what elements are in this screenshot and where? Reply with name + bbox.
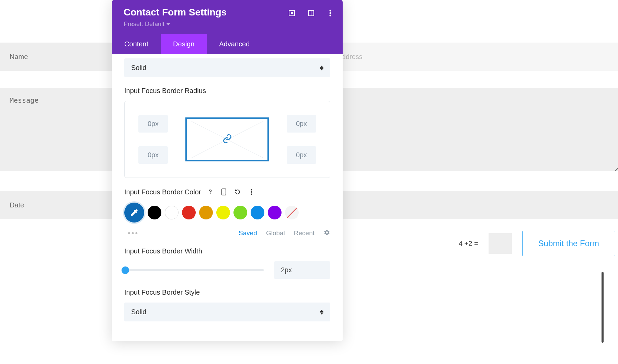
swatch-black[interactable] xyxy=(148,206,161,219)
color-footer: ••• Saved Global Recent xyxy=(124,229,330,238)
svg-point-6 xyxy=(330,15,331,16)
captcha-prompt: 4 +2 = xyxy=(459,240,478,248)
svg-point-8 xyxy=(224,194,224,194)
columns-icon[interactable] xyxy=(308,10,314,16)
select-arrows-icon xyxy=(320,310,323,315)
color-swatches xyxy=(124,203,330,223)
svg-rect-1 xyxy=(291,12,293,14)
radius-bl-input[interactable] xyxy=(138,146,168,164)
panel-tabs: Content Design Advanced xyxy=(112,34,343,54)
swatch-purple[interactable] xyxy=(268,206,282,219)
color-tab-global[interactable]: Global xyxy=(266,229,285,237)
slider-thumb[interactable] xyxy=(122,266,129,274)
tab-content[interactable]: Content xyxy=(112,34,161,54)
color-tab-saved[interactable]: Saved xyxy=(239,229,257,237)
radius-tr-input[interactable] xyxy=(287,115,316,133)
radius-tl-input[interactable] xyxy=(138,115,168,133)
select-value: Solid xyxy=(131,308,146,316)
radius-preview-box[interactable] xyxy=(185,117,269,161)
scrollbar[interactable] xyxy=(602,272,604,343)
border-width-label: Input Focus Border Width xyxy=(124,247,330,255)
options-icon[interactable] xyxy=(247,187,256,196)
swatch-white[interactable] xyxy=(165,206,179,219)
captcha-input[interactable] xyxy=(489,233,512,254)
panel-body: Solid Input Focus Border Radius Input Fo… xyxy=(112,54,343,341)
select-value: Solid xyxy=(131,64,146,72)
expand-icon[interactable] xyxy=(288,10,295,16)
swatch-yellow[interactable] xyxy=(216,206,230,219)
help-icon[interactable]: ? xyxy=(206,187,215,196)
border-width-control xyxy=(124,261,330,279)
radius-br-input[interactable] xyxy=(287,146,316,164)
eyedropper-button[interactable] xyxy=(124,203,144,223)
link-icon xyxy=(222,134,232,145)
border-radius-label: Input Focus Border Radius xyxy=(124,87,330,95)
swatch-blue[interactable] xyxy=(251,206,264,219)
panel-header: Contact Form Settings Preset: Default xyxy=(112,0,343,34)
swatch-red[interactable] xyxy=(182,206,196,219)
header-icons xyxy=(288,10,334,16)
tab-design[interactable]: Design xyxy=(161,34,207,54)
email-field[interactable] xyxy=(309,43,618,71)
color-tab-recent[interactable]: Recent xyxy=(294,229,314,237)
border-style-top-select[interactable]: Solid xyxy=(124,58,330,77)
border-color-label: Input Focus Border Color ? xyxy=(124,187,330,196)
tab-advanced[interactable]: Advanced xyxy=(207,34,262,54)
submit-button[interactable]: Submit the Form xyxy=(522,231,615,256)
more-icon[interactable] xyxy=(327,10,334,16)
svg-point-11 xyxy=(251,194,252,195)
swatch-green[interactable] xyxy=(233,206,247,219)
border-style-label: Input Focus Border Style xyxy=(124,288,330,296)
settings-panel: Contact Form Settings Preset: Default Co… xyxy=(112,0,343,341)
svg-point-10 xyxy=(251,191,252,193)
swatch-orange[interactable] xyxy=(199,206,213,219)
swatch-none[interactable] xyxy=(285,206,299,219)
device-icon[interactable] xyxy=(219,187,228,196)
caret-down-icon xyxy=(167,23,170,25)
svg-point-5 xyxy=(330,12,331,14)
preset-label: Preset: Default xyxy=(124,21,164,28)
border-style-select[interactable]: Solid xyxy=(124,303,330,321)
select-arrows-icon xyxy=(320,66,323,70)
border-radius-control xyxy=(124,101,330,178)
svg-point-9 xyxy=(251,189,252,191)
width-slider[interactable] xyxy=(124,269,264,271)
width-value-input[interactable] xyxy=(274,261,330,279)
reset-icon[interactable] xyxy=(233,187,242,196)
ellipsis-icon[interactable]: ••• xyxy=(124,229,139,238)
gear-icon[interactable] xyxy=(323,229,330,238)
svg-point-4 xyxy=(330,10,331,12)
preset-dropdown[interactable]: Preset: Default xyxy=(124,21,331,28)
